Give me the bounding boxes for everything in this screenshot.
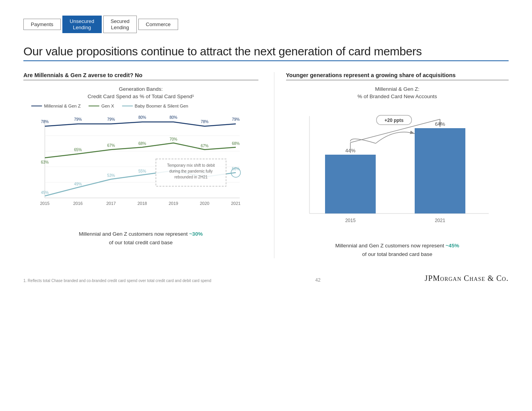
- svg-text:78%: 78%: [201, 120, 209, 124]
- bar-chart-svg: 44% 2015 64% 2021 +20 ppts: [286, 108, 500, 233]
- page-number: 42: [315, 277, 320, 283]
- svg-text:2016: 2016: [73, 201, 83, 206]
- page-title: Our value propositions continue to attra…: [23, 45, 509, 58]
- svg-text:2020: 2020: [200, 201, 209, 206]
- left-bottom-text: Millennial and Gen Z customers now repre…: [23, 230, 258, 247]
- line-chart-container: 2015 2016 2017 2018 2019 2020 2021 78% 7…: [23, 112, 258, 223]
- svg-text:2018: 2018: [138, 201, 147, 206]
- tab-payments[interactable]: Payments: [23, 19, 61, 30]
- svg-text:70%: 70%: [170, 137, 177, 141]
- svg-text:79%: 79%: [107, 117, 115, 122]
- footnote-area: 1. Reflects total Chase branded and co-b…: [23, 279, 211, 283]
- left-section-title: Are Millennials & Gen Z averse to credit…: [23, 72, 258, 80]
- footer: 1. Reflects total Chase branded and co-b…: [23, 274, 509, 283]
- svg-text:2019: 2019: [169, 201, 178, 206]
- svg-text:49%: 49%: [74, 182, 82, 186]
- svg-text:Temporary mix shift to debit: Temporary mix shift to debit: [167, 163, 215, 168]
- svg-text:rebounded in 2H21: rebounded in 2H21: [174, 175, 208, 179]
- line-chart-svg: 2015 2016 2017 2018 2019 2020 2021 78% 7…: [23, 112, 246, 221]
- svg-text:2021: 2021: [435, 218, 445, 223]
- legend-boomer: Baby Boomer & Silent Gen: [122, 104, 188, 108]
- svg-text:67%: 67%: [107, 143, 115, 148]
- svg-text:80%: 80%: [170, 115, 177, 120]
- svg-text:55%: 55%: [138, 169, 146, 173]
- tab-commerce[interactable]: Commerce: [138, 19, 178, 30]
- svg-text:78%: 78%: [41, 120, 49, 124]
- bar-2021: [415, 128, 465, 213]
- main-content: Are Millennials & Gen Z averse to credit…: [23, 72, 509, 258]
- svg-text:80%: 80%: [138, 115, 146, 120]
- tab-unsecured-lending[interactable]: UnsecuredLending: [62, 16, 102, 33]
- legend-genx: Gen X: [88, 104, 114, 108]
- svg-text:56%: 56%: [232, 167, 240, 171]
- svg-text:2017: 2017: [106, 201, 116, 206]
- svg-text:2015: 2015: [345, 218, 355, 223]
- right-section: Younger generations represent a growing …: [274, 72, 509, 258]
- right-bottom-text: Millennial and Gen Z customers now repre…: [286, 242, 509, 258]
- svg-text:65%: 65%: [74, 148, 82, 152]
- left-section: Are Millennials & Gen Z averse to credit…: [23, 72, 258, 258]
- svg-text:during the pandemic fully: during the pandemic fully: [169, 169, 212, 173]
- bar-chart-title: Millennial & Gen Z: % of Branded Card Ne…: [286, 86, 509, 101]
- svg-text:79%: 79%: [232, 117, 240, 122]
- svg-text:2015: 2015: [40, 201, 49, 206]
- bar-2015: [325, 155, 376, 213]
- svg-text:67%: 67%: [201, 144, 209, 148]
- footnote-text: 1. Reflects total Chase branded and co-b…: [23, 279, 211, 283]
- svg-text:2021: 2021: [231, 201, 240, 206]
- chart-legend: Millennial & Gen Z Gen X Baby Boomer & S…: [31, 104, 258, 108]
- bar-chart-container: 44% 2015 64% 2021 +20 ppts: [286, 108, 509, 235]
- jpmorgan-logo: JPMorgan Chase & Co.: [425, 274, 509, 283]
- legend-millennial: Millennial & Gen Z: [31, 104, 81, 108]
- svg-text:79%: 79%: [74, 117, 82, 122]
- svg-text:68%: 68%: [138, 141, 146, 146]
- svg-text:53%: 53%: [107, 173, 115, 178]
- svg-text:68%: 68%: [232, 141, 240, 146]
- line-chart-title: Generation Bands: Credit Card Spend as %…: [23, 86, 258, 101]
- right-section-title: Younger generations represent a growing …: [286, 72, 509, 80]
- nav-tabs: Payments UnsecuredLending SecuredLending…: [23, 16, 509, 33]
- svg-text:63%: 63%: [41, 160, 49, 164]
- svg-text:+20 ppts: +20 ppts: [384, 118, 403, 123]
- svg-text:45%: 45%: [41, 191, 49, 195]
- tab-secured-lending[interactable]: SecuredLending: [103, 16, 137, 33]
- title-divider: [23, 60, 509, 61]
